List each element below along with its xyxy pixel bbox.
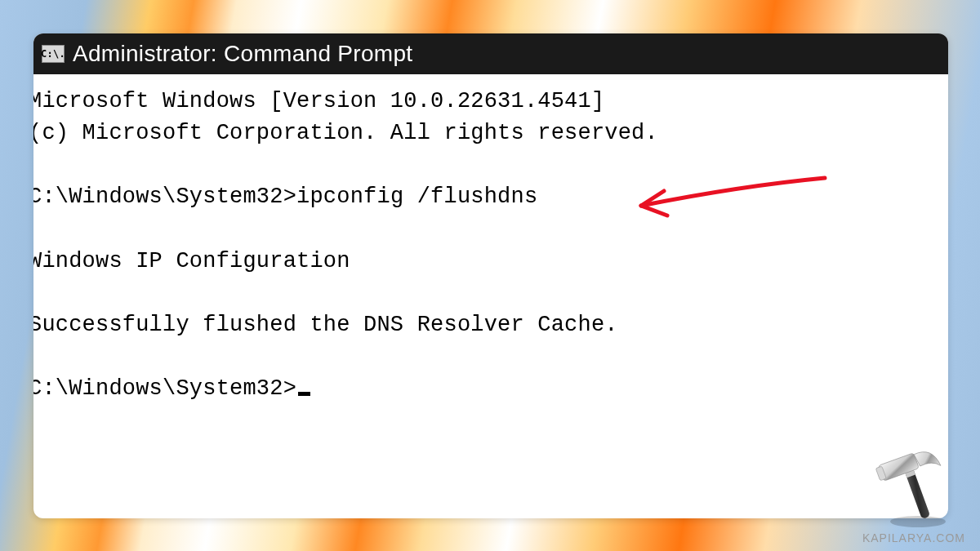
window-title: Administrator: Command Prompt <box>73 41 412 67</box>
output-header-line: Windows IP Configuration <box>33 249 350 273</box>
titlebar[interactable]: C:\. Administrator: Command Prompt <box>33 33 948 74</box>
terminal-output[interactable]: Microsoft Windows [Version 10.0.22631.45… <box>33 74 948 405</box>
command-entered: ipconfig /flushdns <box>296 184 537 209</box>
watermark-text: KAPILARYA.COM <box>862 531 965 544</box>
prompt-path: C:\Windows\System32> <box>33 184 296 209</box>
output-success-line: Successfully flushed the DNS Resolver Ca… <box>33 313 618 337</box>
os-version-line: Microsoft Windows [Version 10.0.22631.45… <box>33 89 604 113</box>
prompt-path: C:\Windows\System32> <box>33 376 296 401</box>
command-prompt-window: C:\. Administrator: Command Prompt Micro… <box>33 33 948 518</box>
copyright-line: (c) Microsoft Corporation. All rights re… <box>33 121 658 145</box>
cursor <box>298 392 310 396</box>
cmd-icon: C:\. <box>42 45 65 63</box>
